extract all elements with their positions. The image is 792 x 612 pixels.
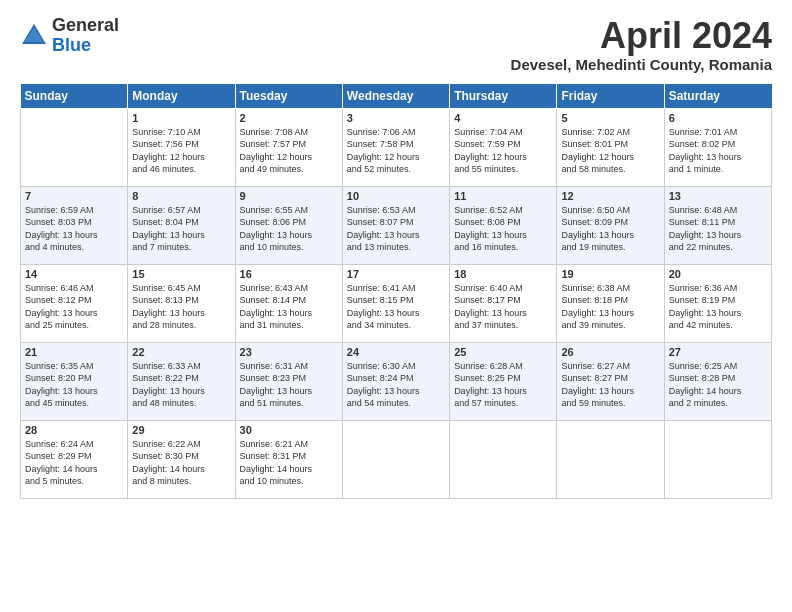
day-number: 15 <box>132 268 230 280</box>
calendar-cell: 26Sunrise: 6:27 AM Sunset: 8:27 PM Dayli… <box>557 342 664 420</box>
calendar-cell: 21Sunrise: 6:35 AM Sunset: 8:20 PM Dayli… <box>21 342 128 420</box>
day-number: 26 <box>561 346 659 358</box>
day-number: 7 <box>25 190 123 202</box>
svg-marker-1 <box>24 28 44 42</box>
week-row-4: 21Sunrise: 6:35 AM Sunset: 8:20 PM Dayli… <box>21 342 772 420</box>
month-title: April 2024 <box>511 16 772 56</box>
day-info: Sunrise: 6:45 AM Sunset: 8:13 PM Dayligh… <box>132 282 230 332</box>
calendar-cell: 2Sunrise: 7:08 AM Sunset: 7:57 PM Daylig… <box>235 108 342 186</box>
header-sunday: Sunday <box>21 83 128 108</box>
day-info: Sunrise: 6:24 AM Sunset: 8:29 PM Dayligh… <box>25 438 123 488</box>
day-number: 21 <box>25 346 123 358</box>
calendar-cell: 17Sunrise: 6:41 AM Sunset: 8:15 PM Dayli… <box>342 264 449 342</box>
day-info: Sunrise: 6:46 AM Sunset: 8:12 PM Dayligh… <box>25 282 123 332</box>
header-friday: Friday <box>557 83 664 108</box>
calendar-cell: 1Sunrise: 7:10 AM Sunset: 7:56 PM Daylig… <box>128 108 235 186</box>
day-number: 20 <box>669 268 767 280</box>
day-number: 3 <box>347 112 445 124</box>
day-info: Sunrise: 6:50 AM Sunset: 8:09 PM Dayligh… <box>561 204 659 254</box>
calendar-cell: 19Sunrise: 6:38 AM Sunset: 8:18 PM Dayli… <box>557 264 664 342</box>
day-number: 11 <box>454 190 552 202</box>
calendar-cell: 14Sunrise: 6:46 AM Sunset: 8:12 PM Dayli… <box>21 264 128 342</box>
day-number: 1 <box>132 112 230 124</box>
day-number: 2 <box>240 112 338 124</box>
day-info: Sunrise: 6:48 AM Sunset: 8:11 PM Dayligh… <box>669 204 767 254</box>
header: General Blue April 2024 Devesel, Mehedin… <box>20 16 772 73</box>
day-number: 19 <box>561 268 659 280</box>
calendar-cell: 8Sunrise: 6:57 AM Sunset: 8:04 PM Daylig… <box>128 186 235 264</box>
calendar-cell: 23Sunrise: 6:31 AM Sunset: 8:23 PM Dayli… <box>235 342 342 420</box>
title-area: April 2024 Devesel, Mehedinti County, Ro… <box>511 16 772 73</box>
day-info: Sunrise: 6:43 AM Sunset: 8:14 PM Dayligh… <box>240 282 338 332</box>
day-info: Sunrise: 6:21 AM Sunset: 8:31 PM Dayligh… <box>240 438 338 488</box>
day-number: 8 <box>132 190 230 202</box>
day-info: Sunrise: 6:22 AM Sunset: 8:30 PM Dayligh… <box>132 438 230 488</box>
header-thursday: Thursday <box>450 83 557 108</box>
day-info: Sunrise: 6:25 AM Sunset: 8:28 PM Dayligh… <box>669 360 767 410</box>
calendar-cell <box>450 420 557 498</box>
header-tuesday: Tuesday <box>235 83 342 108</box>
day-info: Sunrise: 6:53 AM Sunset: 8:07 PM Dayligh… <box>347 204 445 254</box>
calendar-cell: 29Sunrise: 6:22 AM Sunset: 8:30 PM Dayli… <box>128 420 235 498</box>
calendar-cell <box>21 108 128 186</box>
day-number: 22 <box>132 346 230 358</box>
day-info: Sunrise: 6:33 AM Sunset: 8:22 PM Dayligh… <box>132 360 230 410</box>
day-number: 18 <box>454 268 552 280</box>
day-number: 14 <box>25 268 123 280</box>
day-number: 6 <box>669 112 767 124</box>
calendar-cell: 22Sunrise: 6:33 AM Sunset: 8:22 PM Dayli… <box>128 342 235 420</box>
day-info: Sunrise: 6:57 AM Sunset: 8:04 PM Dayligh… <box>132 204 230 254</box>
day-number: 16 <box>240 268 338 280</box>
calendar-cell: 12Sunrise: 6:50 AM Sunset: 8:09 PM Dayli… <box>557 186 664 264</box>
location-title: Devesel, Mehedinti County, Romania <box>511 56 772 73</box>
header-monday: Monday <box>128 83 235 108</box>
day-info: Sunrise: 6:55 AM Sunset: 8:06 PM Dayligh… <box>240 204 338 254</box>
week-row-1: 1Sunrise: 7:10 AM Sunset: 7:56 PM Daylig… <box>21 108 772 186</box>
week-row-5: 28Sunrise: 6:24 AM Sunset: 8:29 PM Dayli… <box>21 420 772 498</box>
day-number: 17 <box>347 268 445 280</box>
calendar-cell: 5Sunrise: 7:02 AM Sunset: 8:01 PM Daylig… <box>557 108 664 186</box>
header-wednesday: Wednesday <box>342 83 449 108</box>
calendar-cell: 30Sunrise: 6:21 AM Sunset: 8:31 PM Dayli… <box>235 420 342 498</box>
day-info: Sunrise: 6:41 AM Sunset: 8:15 PM Dayligh… <box>347 282 445 332</box>
calendar-cell: 20Sunrise: 6:36 AM Sunset: 8:19 PM Dayli… <box>664 264 771 342</box>
day-info: Sunrise: 7:04 AM Sunset: 7:59 PM Dayligh… <box>454 126 552 176</box>
day-info: Sunrise: 6:38 AM Sunset: 8:18 PM Dayligh… <box>561 282 659 332</box>
day-info: Sunrise: 7:01 AM Sunset: 8:02 PM Dayligh… <box>669 126 767 176</box>
day-info: Sunrise: 6:59 AM Sunset: 8:03 PM Dayligh… <box>25 204 123 254</box>
day-number: 28 <box>25 424 123 436</box>
calendar-cell: 18Sunrise: 6:40 AM Sunset: 8:17 PM Dayli… <box>450 264 557 342</box>
day-number: 29 <box>132 424 230 436</box>
calendar-cell: 10Sunrise: 6:53 AM Sunset: 8:07 PM Dayli… <box>342 186 449 264</box>
day-number: 9 <box>240 190 338 202</box>
day-info: Sunrise: 7:06 AM Sunset: 7:58 PM Dayligh… <box>347 126 445 176</box>
calendar-cell: 6Sunrise: 7:01 AM Sunset: 8:02 PM Daylig… <box>664 108 771 186</box>
calendar-cell: 15Sunrise: 6:45 AM Sunset: 8:13 PM Dayli… <box>128 264 235 342</box>
day-info: Sunrise: 7:02 AM Sunset: 8:01 PM Dayligh… <box>561 126 659 176</box>
calendar-cell: 9Sunrise: 6:55 AM Sunset: 8:06 PM Daylig… <box>235 186 342 264</box>
logo: General Blue <box>20 16 119 56</box>
logo-blue-text: Blue <box>52 36 119 56</box>
day-number: 25 <box>454 346 552 358</box>
calendar-cell: 13Sunrise: 6:48 AM Sunset: 8:11 PM Dayli… <box>664 186 771 264</box>
day-number: 13 <box>669 190 767 202</box>
calendar-cell: 3Sunrise: 7:06 AM Sunset: 7:58 PM Daylig… <box>342 108 449 186</box>
day-info: Sunrise: 6:30 AM Sunset: 8:24 PM Dayligh… <box>347 360 445 410</box>
calendar-cell: 4Sunrise: 7:04 AM Sunset: 7:59 PM Daylig… <box>450 108 557 186</box>
week-row-2: 7Sunrise: 6:59 AM Sunset: 8:03 PM Daylig… <box>21 186 772 264</box>
calendar-cell: 28Sunrise: 6:24 AM Sunset: 8:29 PM Dayli… <box>21 420 128 498</box>
calendar-cell <box>557 420 664 498</box>
calendar-table: Sunday Monday Tuesday Wednesday Thursday… <box>20 83 772 499</box>
day-info: Sunrise: 7:10 AM Sunset: 7:56 PM Dayligh… <box>132 126 230 176</box>
day-info: Sunrise: 6:36 AM Sunset: 8:19 PM Dayligh… <box>669 282 767 332</box>
day-info: Sunrise: 6:35 AM Sunset: 8:20 PM Dayligh… <box>25 360 123 410</box>
logo-text: General Blue <box>52 16 119 56</box>
day-number: 4 <box>454 112 552 124</box>
day-number: 10 <box>347 190 445 202</box>
day-info: Sunrise: 6:40 AM Sunset: 8:17 PM Dayligh… <box>454 282 552 332</box>
logo-icon <box>20 22 48 50</box>
header-saturday: Saturday <box>664 83 771 108</box>
calendar-cell: 27Sunrise: 6:25 AM Sunset: 8:28 PM Dayli… <box>664 342 771 420</box>
calendar-cell <box>342 420 449 498</box>
day-number: 23 <box>240 346 338 358</box>
